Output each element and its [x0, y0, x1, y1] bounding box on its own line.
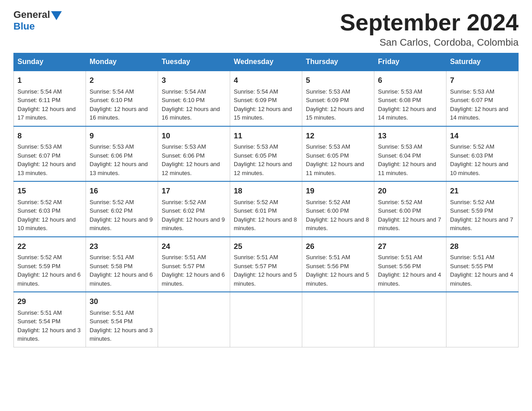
table-row: 15Sunrise: 5:52 AM Sunset: 6:03 PM Dayli…	[14, 181, 86, 237]
day-number: 16	[90, 185, 154, 197]
table-row: 23Sunrise: 5:51 AM Sunset: 5:58 PM Dayli…	[86, 237, 158, 292]
day-info: Sunrise: 5:54 AM Sunset: 6:11 PM Dayligh…	[17, 87, 82, 122]
table-row: 8Sunrise: 5:53 AM Sunset: 6:07 PM Daylig…	[14, 126, 86, 182]
table-row: 7Sunrise: 5:53 AM Sunset: 6:07 PM Daylig…	[446, 71, 519, 126]
day-info: Sunrise: 5:51 AM Sunset: 5:54 PM Dayligh…	[90, 308, 154, 343]
table-row	[302, 292, 374, 347]
title-section: September 2024 San Carlos, Cordoba, Colo…	[340, 9, 519, 48]
header-tuesday: Tuesday	[158, 53, 230, 71]
header-friday: Friday	[374, 53, 446, 71]
day-number: 18	[234, 185, 298, 197]
day-info: Sunrise: 5:51 AM Sunset: 5:57 PM Dayligh…	[234, 253, 298, 288]
day-info: Sunrise: 5:52 AM Sunset: 6:03 PM Dayligh…	[450, 142, 515, 177]
day-number: 19	[306, 185, 370, 197]
calendar-week-row: 29Sunrise: 5:51 AM Sunset: 5:54 PM Dayli…	[14, 292, 519, 347]
day-info: Sunrise: 5:51 AM Sunset: 5:56 PM Dayligh…	[378, 253, 442, 288]
calendar-week-row: 1Sunrise: 5:54 AM Sunset: 6:11 PM Daylig…	[14, 71, 519, 126]
table-row: 2Sunrise: 5:54 AM Sunset: 6:10 PM Daylig…	[86, 71, 158, 126]
day-number: 6	[378, 75, 442, 86]
day-info: Sunrise: 5:51 AM Sunset: 5:58 PM Dayligh…	[90, 253, 154, 288]
table-row: 26Sunrise: 5:51 AM Sunset: 5:56 PM Dayli…	[302, 237, 374, 292]
day-number: 14	[450, 130, 515, 142]
day-info: Sunrise: 5:52 AM Sunset: 6:02 PM Dayligh…	[90, 198, 154, 233]
day-number: 15	[17, 185, 82, 197]
day-info: Sunrise: 5:53 AM Sunset: 6:09 PM Dayligh…	[306, 87, 370, 122]
day-info: Sunrise: 5:54 AM Sunset: 6:10 PM Dayligh…	[90, 87, 154, 122]
table-row: 12Sunrise: 5:53 AM Sunset: 6:05 PM Dayli…	[302, 126, 374, 182]
day-number: 1	[17, 75, 82, 86]
day-number: 8	[17, 130, 82, 142]
day-number: 28	[450, 241, 515, 253]
table-row: 21Sunrise: 5:52 AM Sunset: 5:59 PM Dayli…	[446, 181, 519, 237]
table-row: 5Sunrise: 5:53 AM Sunset: 6:09 PM Daylig…	[302, 71, 374, 126]
day-info: Sunrise: 5:53 AM Sunset: 6:04 PM Dayligh…	[378, 142, 442, 177]
day-info: Sunrise: 5:51 AM Sunset: 5:55 PM Dayligh…	[450, 253, 515, 288]
day-number: 26	[306, 241, 370, 253]
table-row: 30Sunrise: 5:51 AM Sunset: 5:54 PM Dayli…	[86, 292, 158, 347]
table-row: 17Sunrise: 5:52 AM Sunset: 6:02 PM Dayli…	[158, 181, 230, 237]
day-number: 10	[162, 130, 226, 142]
calendar-table: Sunday Monday Tuesday Wednesday Thursday…	[13, 53, 519, 347]
day-info: Sunrise: 5:51 AM Sunset: 5:57 PM Dayligh…	[162, 253, 226, 288]
table-row: 11Sunrise: 5:53 AM Sunset: 6:05 PM Dayli…	[230, 126, 302, 182]
day-number: 22	[17, 241, 82, 253]
day-number: 12	[306, 130, 370, 142]
logo: General Blue	[13, 9, 62, 32]
day-info: Sunrise: 5:53 AM Sunset: 6:07 PM Dayligh…	[17, 142, 82, 177]
table-row	[446, 292, 519, 347]
table-row: 9Sunrise: 5:53 AM Sunset: 6:06 PM Daylig…	[86, 126, 158, 182]
day-info: Sunrise: 5:52 AM Sunset: 5:59 PM Dayligh…	[450, 198, 515, 233]
logo-triangle-icon	[51, 11, 62, 20]
day-number: 11	[234, 130, 298, 142]
day-info: Sunrise: 5:53 AM Sunset: 6:08 PM Dayligh…	[378, 87, 442, 122]
table-row: 18Sunrise: 5:52 AM Sunset: 6:01 PM Dayli…	[230, 181, 302, 237]
table-row: 20Sunrise: 5:52 AM Sunset: 6:00 PM Dayli…	[374, 181, 446, 237]
day-info: Sunrise: 5:53 AM Sunset: 6:06 PM Dayligh…	[90, 142, 154, 177]
table-row: 4Sunrise: 5:54 AM Sunset: 6:09 PM Daylig…	[230, 71, 302, 126]
day-info: Sunrise: 5:51 AM Sunset: 5:54 PM Dayligh…	[17, 308, 82, 343]
table-row	[158, 292, 230, 347]
calendar-week-row: 8Sunrise: 5:53 AM Sunset: 6:07 PM Daylig…	[14, 126, 519, 182]
table-row	[230, 292, 302, 347]
table-row: 28Sunrise: 5:51 AM Sunset: 5:55 PM Dayli…	[446, 237, 519, 292]
table-row: 24Sunrise: 5:51 AM Sunset: 5:57 PM Dayli…	[158, 237, 230, 292]
table-row: 27Sunrise: 5:51 AM Sunset: 5:56 PM Dayli…	[374, 237, 446, 292]
table-row: 29Sunrise: 5:51 AM Sunset: 5:54 PM Dayli…	[14, 292, 86, 347]
header-sunday: Sunday	[14, 53, 86, 71]
table-row: 19Sunrise: 5:52 AM Sunset: 6:00 PM Dayli…	[302, 181, 374, 237]
day-info: Sunrise: 5:52 AM Sunset: 6:01 PM Dayligh…	[234, 198, 298, 233]
header-saturday: Saturday	[446, 53, 519, 71]
calendar-week-row: 15Sunrise: 5:52 AM Sunset: 6:03 PM Dayli…	[14, 181, 519, 237]
day-info: Sunrise: 5:52 AM Sunset: 6:03 PM Dayligh…	[17, 198, 82, 233]
day-info: Sunrise: 5:52 AM Sunset: 6:00 PM Dayligh…	[306, 198, 370, 233]
day-number: 21	[450, 185, 515, 197]
day-number: 3	[162, 75, 226, 86]
day-info: Sunrise: 5:54 AM Sunset: 6:09 PM Dayligh…	[234, 87, 298, 122]
month-title: September 2024	[340, 9, 519, 36]
table-row: 1Sunrise: 5:54 AM Sunset: 6:11 PM Daylig…	[14, 71, 86, 126]
day-info: Sunrise: 5:52 AM Sunset: 6:00 PM Dayligh…	[378, 198, 442, 233]
day-number: 30	[90, 296, 154, 308]
header-thursday: Thursday	[302, 53, 374, 71]
table-row	[374, 292, 446, 347]
table-row: 25Sunrise: 5:51 AM Sunset: 5:57 PM Dayli…	[230, 237, 302, 292]
day-number: 27	[378, 241, 442, 253]
header-wednesday: Wednesday	[230, 53, 302, 71]
day-number: 17	[162, 185, 226, 197]
table-row: 22Sunrise: 5:52 AM Sunset: 5:59 PM Dayli…	[14, 237, 86, 292]
table-row: 16Sunrise: 5:52 AM Sunset: 6:02 PM Dayli…	[86, 181, 158, 237]
table-row: 14Sunrise: 5:52 AM Sunset: 6:03 PM Dayli…	[446, 126, 519, 182]
calendar-header-row: Sunday Monday Tuesday Wednesday Thursday…	[14, 53, 519, 71]
day-number: 24	[162, 241, 226, 253]
day-info: Sunrise: 5:53 AM Sunset: 6:05 PM Dayligh…	[306, 142, 370, 177]
calendar-week-row: 22Sunrise: 5:52 AM Sunset: 5:59 PM Dayli…	[14, 237, 519, 292]
logo-blue: Blue	[13, 21, 35, 32]
page-header: General Blue September 2024 San Carlos, …	[13, 9, 519, 48]
table-row: 3Sunrise: 5:54 AM Sunset: 6:10 PM Daylig…	[158, 71, 230, 126]
table-row: 6Sunrise: 5:53 AM Sunset: 6:08 PM Daylig…	[374, 71, 446, 126]
day-number: 9	[90, 130, 154, 142]
location-title: San Carlos, Cordoba, Colombia	[340, 37, 519, 48]
day-number: 2	[90, 75, 154, 86]
day-info: Sunrise: 5:51 AM Sunset: 5:56 PM Dayligh…	[306, 253, 370, 288]
day-number: 20	[378, 185, 442, 197]
